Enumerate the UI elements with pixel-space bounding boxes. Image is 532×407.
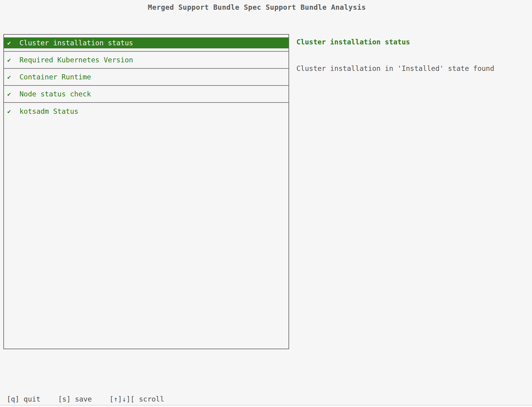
check-icon: ✔ bbox=[7, 74, 12, 80]
check-icon: ✔ bbox=[7, 108, 12, 114]
footer-key-hints: [q] quit [s] save [↑]↓][ scroll bbox=[7, 395, 164, 403]
footer-hint-scroll-key: [↑]↓][ bbox=[109, 395, 135, 403]
check-icon: ✔ bbox=[7, 57, 12, 63]
footer-hint-scroll: [↑]↓][ scroll bbox=[109, 395, 164, 403]
analyzer-item-band: ✔ Cluster installation status bbox=[4, 37, 288, 48]
detail-title: Cluster installation status bbox=[296, 38, 521, 46]
footer-hint-quit-label: quit bbox=[24, 395, 40, 403]
analyzer-item-kotsadm-status[interactable]: ✔ kotsadm Status bbox=[4, 103, 288, 120]
detail-panel: Cluster installation status Cluster inst… bbox=[296, 38, 521, 73]
analyzer-list[interactable]: ✔ Cluster installation status ✔ Required… bbox=[3, 34, 289, 349]
detail-message: Cluster installation in 'Installed' stat… bbox=[296, 64, 521, 73]
analyzer-item-label: Cluster installation status bbox=[19, 39, 133, 47]
check-icon: ✔ bbox=[7, 40, 12, 46]
analyzer-item-band: ✔ kotsadm Status bbox=[4, 106, 288, 117]
app-title: Merged Support Bundle Spec Support Bundl… bbox=[0, 3, 514, 11]
footer-hint-save-key: [s] bbox=[58, 395, 71, 403]
footer-hint-quit: [q] quit bbox=[7, 395, 40, 403]
footer-hint-quit-key: [q] bbox=[7, 395, 19, 403]
analyzer-item-container-runtime[interactable]: ✔ Container Runtime bbox=[4, 69, 288, 86]
window-bottom-edge bbox=[0, 405, 532, 407]
footer-hint-save: [s] save bbox=[58, 395, 92, 403]
analyzer-item-label: kotsadm Status bbox=[19, 107, 78, 115]
footer-hint-save-label: save bbox=[75, 395, 92, 403]
analyzer-item-cluster-installation-status[interactable]: ✔ Cluster installation status bbox=[4, 35, 288, 52]
analyzer-item-label: Node status check bbox=[19, 90, 91, 98]
analyzer-item-node-status-check[interactable]: ✔ Node status check bbox=[4, 86, 288, 103]
analyzer-item-band: ✔ Node status check bbox=[4, 89, 288, 99]
analyzer-item-label: Required Kubernetes Version bbox=[19, 56, 133, 64]
analyzer-item-label: Container Runtime bbox=[19, 73, 91, 81]
analyzer-item-band: ✔ Container Runtime bbox=[4, 71, 288, 82]
check-icon: ✔ bbox=[7, 91, 12, 97]
analyzer-item-required-kubernetes-version[interactable]: ✔ Required Kubernetes Version bbox=[4, 52, 288, 69]
footer-hint-scroll-label: scroll bbox=[139, 395, 164, 403]
analyzer-item-band: ✔ Required Kubernetes Version bbox=[4, 54, 288, 65]
